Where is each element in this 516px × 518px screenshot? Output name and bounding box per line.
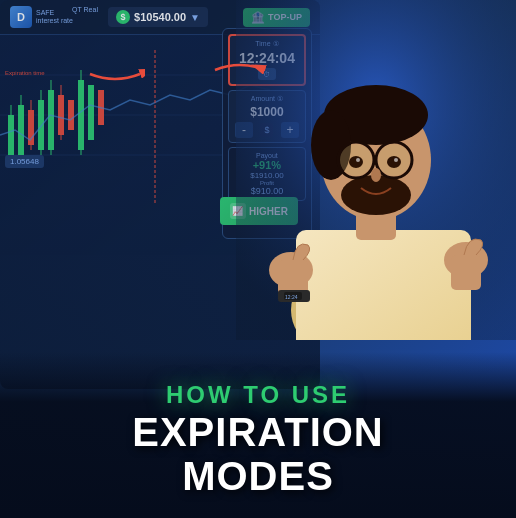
logo-icon: D [10,6,32,28]
man-illustration: 12:24 [236,0,516,340]
red-arrow-right [210,55,270,89]
main-container: D SAFE interest rate QT Real $ $10540.00… [0,0,516,518]
price-label: 1.05648 [5,155,44,168]
bottom-text-area: HOW TO USE EXPIRATION MODES [0,352,516,518]
arrow-svg-right [210,55,270,85]
svg-point-38 [356,158,360,162]
svg-rect-18 [88,85,94,140]
balance-value: $10540.00 [134,11,186,23]
svg-text:12:24: 12:24 [285,294,298,300]
dollar-icon: $ [116,10,130,24]
arrow-svg-left [85,59,145,89]
svg-rect-25 [296,230,471,340]
svg-rect-44 [278,260,308,295]
svg-rect-15 [68,100,74,130]
qt-real-label: QT Real [72,6,98,13]
svg-point-40 [371,168,381,182]
red-arrow-left [85,55,145,89]
svg-point-37 [387,156,401,168]
svg-point-36 [349,156,363,168]
balance-area: $ $10540.00 ▼ [108,7,208,27]
how-to-use-text: HOW TO USE [166,381,350,410]
expiration-text: EXPIRATION [132,410,384,454]
expiration-time-label: Expiration time [5,70,45,76]
modes-text: MODES [182,454,334,498]
svg-point-39 [394,158,398,162]
logo-text: SAFE interest rate [36,9,73,26]
man-photo: 12:24 [236,0,516,340]
balance-dropdown-arrow[interactable]: ▼ [190,12,200,23]
logo-area: D SAFE interest rate [10,6,73,28]
svg-rect-42 [451,255,481,290]
